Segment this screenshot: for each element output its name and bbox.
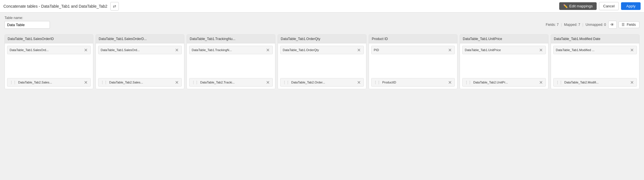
remove-source-button[interactable]: ✕	[538, 80, 543, 85]
mapping-row: DataTable_Tab1.UnitPrice✕	[462, 46, 546, 54]
mapping-row-text: DataTable_Tab1.SalesOrd...	[10, 48, 82, 52]
remove-source-button[interactable]: ✕	[447, 80, 452, 85]
column-spacer	[553, 56, 637, 76]
eye-icon: 👁	[610, 22, 614, 27]
remove-mapping-button[interactable]: ✕	[356, 47, 361, 53]
column-body: DataTable_Tab1.TrackingN...✕⋮⋮DataTable_…	[187, 43, 275, 89]
column-header: DataTable_Tab1.SalesOrderD...	[96, 35, 184, 43]
mapping-row: DataTable_Tab1.OrderQty✕	[280, 46, 364, 54]
remove-source-button[interactable]: ✕	[629, 80, 634, 85]
column-header: DataTable_Tab1.UnitPrice	[460, 35, 548, 43]
fields-count: Fields: 7	[546, 23, 559, 27]
column-card: DataTable_Tab1.OrderQtyDataTable_Tab1.Or…	[278, 34, 366, 89]
remove-source-button[interactable]: ✕	[265, 80, 270, 85]
drag-handle-icon: ⋮⋮	[10, 80, 16, 84]
source-row-text: DataTable_Tab2.Sales...	[109, 81, 173, 84]
column-spacer	[280, 56, 364, 76]
source-row-text: DataTable_Tab2.UnitPr...	[473, 81, 537, 84]
swap-icon: ⇄	[113, 4, 116, 9]
drag-handle-icon: ⋮⋮	[192, 80, 199, 84]
column-card: Product IDPID✕⋮⋮ProductID✕	[369, 34, 457, 89]
table-name-section: Table name:	[5, 16, 50, 29]
remove-source-button[interactable]: ✕	[174, 80, 179, 85]
source-row: ⋮⋮DataTable_Tab2.Modifi...✕	[553, 78, 637, 87]
drag-handle-icon: ⋮⋮	[283, 80, 290, 84]
mapping-row-text: DataTable_Tab1.SalesOrd...	[101, 48, 173, 52]
source-row-text: DataTable_Tab2.Order...	[291, 81, 355, 84]
column-spacer	[371, 56, 455, 76]
source-row: ⋮⋮ProductID✕	[371, 78, 455, 87]
remove-mapping-button[interactable]: ✕	[447, 47, 452, 53]
table-name-input[interactable]	[5, 21, 50, 29]
column-card: DataTable_Tab1.SalesOrderIDDataTable_Tab…	[5, 34, 93, 89]
column-header: DataTable_Tab1.OrderQty	[278, 35, 366, 43]
swap-button[interactable]: ⇄	[110, 2, 119, 11]
column-card: DataTable_Tab1.Modified DateDataTable_Ta…	[551, 34, 639, 89]
column-body: PID✕⋮⋮ProductID✕	[369, 43, 457, 89]
column-body: DataTable_Tab1.SalesOrd...✕⋮⋮DataTable_T…	[96, 43, 184, 89]
mapping-row: DataTable_Tab1.TrackingN...✕	[189, 46, 273, 54]
remove-mapping-button[interactable]: ✕	[265, 47, 270, 53]
column-card: DataTable_Tab1.UnitPriceDataTable_Tab1.U…	[460, 34, 548, 89]
column-header: Product ID	[369, 35, 457, 43]
apply-button[interactable]: Apply	[621, 2, 641, 10]
dialog-title: Concatenate tables - DataTable_Tab1 and …	[3, 4, 107, 9]
edit-mappings-button[interactable]: ✏️ Edit mappings	[559, 2, 597, 10]
main-content: Table name: Fields: 7 | Mapped: 7 | Unma…	[0, 12, 644, 93]
mapping-row: DataTable_Tab1.SalesOrd...✕	[98, 46, 182, 54]
remove-mapping-button[interactable]: ✕	[83, 47, 88, 53]
column-body: DataTable_Tab1.Modified ...✕⋮⋮DataTable_…	[551, 43, 639, 89]
column-header: DataTable_Tab1.TrackingNu...	[187, 35, 275, 43]
source-row-text: DataTable_Tab2.Modifi...	[564, 81, 628, 84]
source-row: ⋮⋮DataTable_Tab2.UnitPr...✕	[462, 78, 546, 87]
mapping-row-text: PID	[374, 48, 446, 52]
edit-mappings-label: Edit mappings	[569, 4, 593, 8]
cancel-button[interactable]: Cancel	[599, 2, 619, 10]
column-spacer	[189, 56, 273, 76]
fields-info-bar: Fields: 7 | Mapped: 7 | Unmapped: 0 👁 ☰ …	[546, 21, 639, 29]
column-spacer	[7, 56, 91, 76]
top-bar: Concatenate tables - DataTable_Tab1 and …	[0, 0, 644, 12]
remove-mapping-button[interactable]: ✕	[538, 47, 543, 53]
mapping-row-text: DataTable_Tab1.Modified ...	[556, 48, 628, 52]
column-body: DataTable_Tab1.UnitPrice✕⋮⋮DataTable_Tab…	[460, 43, 548, 89]
table-name-label: Table name:	[5, 16, 50, 20]
remove-source-button[interactable]: ✕	[356, 80, 361, 85]
remove-mapping-button[interactable]: ✕	[174, 47, 179, 53]
remove-source-button[interactable]: ✕	[83, 80, 88, 85]
mapping-row: DataTable_Tab1.Modified ...✕	[553, 46, 637, 54]
source-row: ⋮⋮DataTable_Tab2.Order...✕	[280, 78, 364, 87]
drag-handle-icon: ⋮⋮	[556, 80, 563, 84]
mapping-row-text: DataTable_Tab1.OrderQty	[283, 48, 355, 52]
source-row: ⋮⋮DataTable_Tab2.Sales...✕	[7, 78, 91, 87]
mapping-row-text: DataTable_Tab1.UnitPrice	[465, 48, 537, 52]
source-row: ⋮⋮DataTable_Tab2.Tracki...✕	[189, 78, 273, 87]
list-icon: ☰	[622, 23, 625, 27]
source-row-text: DataTable_Tab2.Tracki...	[200, 81, 264, 84]
top-bar-left: Concatenate tables - DataTable_Tab1 and …	[3, 2, 119, 11]
fields-button[interactable]: ☰ Fields	[618, 21, 639, 28]
mapping-row-text: DataTable_Tab1.TrackingN...	[192, 48, 264, 52]
mapping-row: PID✕	[371, 46, 455, 54]
column-header: DataTable_Tab1.Modified Date	[551, 35, 639, 43]
remove-mapping-button[interactable]: ✕	[629, 47, 634, 53]
eye-button[interactable]: 👁	[608, 21, 617, 29]
source-row: ⋮⋮DataTable_Tab2.Sales...✕	[98, 78, 182, 87]
column-body: DataTable_Tab1.OrderQty✕⋮⋮DataTable_Tab2…	[278, 43, 366, 89]
mapping-row: DataTable_Tab1.SalesOrd...✕	[7, 46, 91, 54]
source-row-text: ProductID	[382, 81, 446, 84]
unmapped-count: Unmapped: 0	[586, 23, 606, 27]
column-spacer	[98, 56, 182, 76]
column-card: DataTable_Tab1.SalesOrderD...DataTable_T…	[96, 34, 184, 89]
column-card: DataTable_Tab1.TrackingNu...DataTable_Ta…	[187, 34, 275, 89]
columns-grid: DataTable_Tab1.SalesOrderIDDataTable_Tab…	[5, 34, 639, 89]
source-row-text: DataTable_Tab2.Sales...	[18, 81, 82, 84]
fields-button-label: Fields	[627, 23, 636, 27]
drag-handle-icon: ⋮⋮	[465, 80, 472, 84]
column-header: DataTable_Tab1.SalesOrderID	[5, 35, 93, 43]
column-body: DataTable_Tab1.SalesOrd...✕⋮⋮DataTable_T…	[5, 43, 93, 89]
column-spacer	[462, 56, 546, 76]
mapped-count: Mapped: 7	[564, 23, 580, 27]
drag-handle-icon: ⋮⋮	[374, 80, 381, 84]
pencil-icon: ✏️	[563, 4, 568, 8]
